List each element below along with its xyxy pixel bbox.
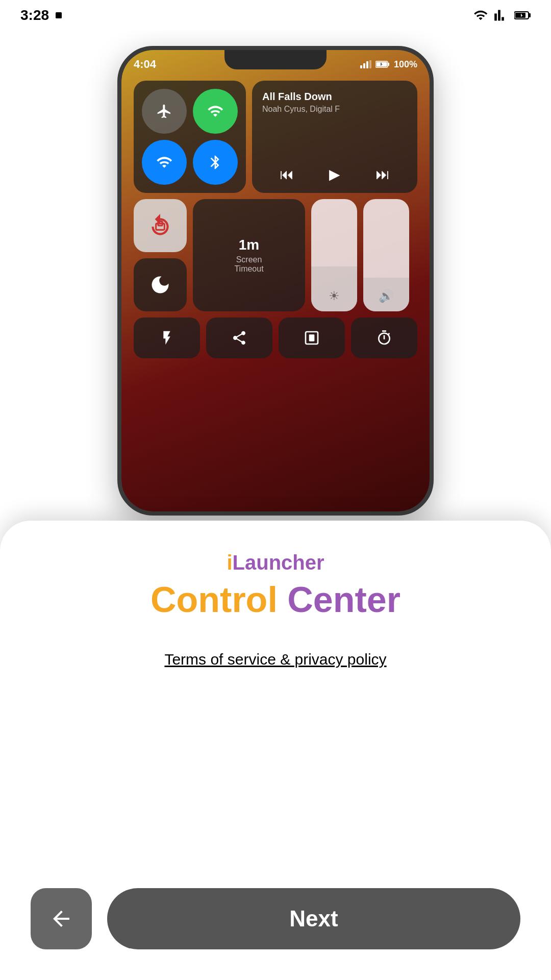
phone-status-icons: 100% (360, 57, 417, 70)
time-display: 3:28 (20, 7, 49, 23)
music-artist: Noah Cyrus, Digital F (262, 105, 407, 114)
moon-icon (149, 274, 171, 296)
play-btn[interactable]: ▶ (329, 166, 340, 183)
flashlight-btn[interactable] (134, 317, 200, 358)
svg-rect-2 (529, 13, 531, 17)
svg-rect-6 (366, 61, 368, 68)
hotspot-btn[interactable] (193, 89, 238, 134)
signal-icon (494, 8, 508, 22)
music-info: All Falls Down Noah Cyrus, Digital F (262, 91, 407, 114)
battery-icon (514, 10, 531, 20)
status-bar: 3:28 (0, 0, 551, 31)
bottom-card: iLauncher Control Center Terms of servic… (0, 521, 551, 980)
subtitle-center: Center (278, 580, 400, 620)
screen-record-icon (304, 330, 320, 346)
next-btn[interactable]: ⏭ (375, 166, 390, 183)
svg-rect-3 (515, 13, 525, 18)
subtitle-control: Control (151, 580, 278, 620)
back-arrow-icon (49, 906, 73, 931)
prev-btn[interactable]: ⏮ (280, 166, 294, 183)
svg-rect-5 (363, 63, 365, 68)
rotation-icon (147, 213, 173, 238)
app-name-launcher: Launcher (233, 551, 324, 574)
music-title: All Falls Down (262, 91, 407, 103)
status-time: 3:28 (20, 7, 63, 23)
volume-slider[interactable]: 🔊 (363, 199, 409, 311)
wifi-icon (473, 8, 488, 22)
phone-battery-text: 100% (394, 59, 417, 70)
airplane-btn[interactable] (142, 89, 187, 134)
brightness-icon: ☀ (329, 289, 340, 303)
phone-notch (224, 50, 327, 69)
phone-battery-icon (375, 60, 390, 68)
bottom-actions: Next (31, 888, 520, 949)
wifi-btn[interactable] (142, 140, 187, 185)
svg-rect-4 (360, 65, 362, 68)
hotspot-icon (207, 103, 223, 119)
cc-left-col (134, 199, 187, 311)
wifi-btn-icon (156, 154, 172, 170)
bluetooth-btn[interactable] (193, 140, 238, 185)
app-name-i: i (227, 551, 232, 574)
terms-link[interactable]: Terms of service & privacy policy (164, 651, 386, 668)
rotation-lock-btn[interactable] (134, 199, 187, 252)
phone-time: 4:04 (134, 56, 156, 71)
airdrop-btn[interactable] (206, 317, 272, 358)
phone-mockup: 4:04 (117, 46, 434, 516)
svg-rect-14 (309, 334, 315, 341)
page-background: 3:28 (0, 0, 551, 980)
android-icon (54, 11, 63, 20)
svg-rect-7 (369, 60, 371, 68)
cc-music-panel: All Falls Down Noah Cyrus, Digital F ⏮ ▶… (252, 81, 417, 193)
timeout-value: 1m (239, 237, 259, 253)
status-icons (473, 8, 531, 22)
timeout-label: ScreenTimeout (234, 255, 263, 274)
dnd-btn[interactable] (134, 258, 187, 311)
cc-row1: All Falls Down Noah Cyrus, Digital F ⏮ ▶… (134, 81, 417, 193)
volume-icon: 🔊 (379, 289, 394, 303)
cc-row3 (134, 317, 417, 358)
screen-record-btn[interactable] (279, 317, 345, 358)
timer-btn[interactable] (351, 317, 417, 358)
cc-connectivity-panel (134, 81, 246, 193)
phone-screen: 4:04 (121, 50, 430, 511)
screen-timeout-btn[interactable]: 1m ScreenTimeout (193, 199, 305, 311)
next-button-label: Next (289, 906, 338, 932)
music-controls[interactable]: ⏮ ▶ ⏭ (262, 166, 407, 183)
bluetooth-icon (207, 154, 223, 170)
share-icon (231, 330, 247, 346)
phone-area: 4:04 (0, 0, 551, 521)
flashlight-icon (159, 330, 175, 346)
svg-rect-0 (56, 12, 62, 18)
app-name: iLauncher (227, 551, 324, 574)
timer-icon (376, 330, 392, 346)
phone-signal-icon (360, 60, 371, 68)
back-button[interactable] (31, 888, 92, 949)
brightness-slider[interactable]: ☀ (311, 199, 357, 311)
control-center: All Falls Down Noah Cyrus, Digital F ⏮ ▶… (134, 81, 417, 499)
cc-sliders: ☀ 🔊 (311, 199, 417, 311)
cc-row2: 1m ScreenTimeout ☀ (134, 199, 417, 311)
airplane-icon (156, 103, 172, 119)
app-subtitle: Control Center (151, 579, 400, 620)
svg-rect-9 (388, 63, 389, 66)
next-button[interactable]: Next (107, 888, 520, 949)
